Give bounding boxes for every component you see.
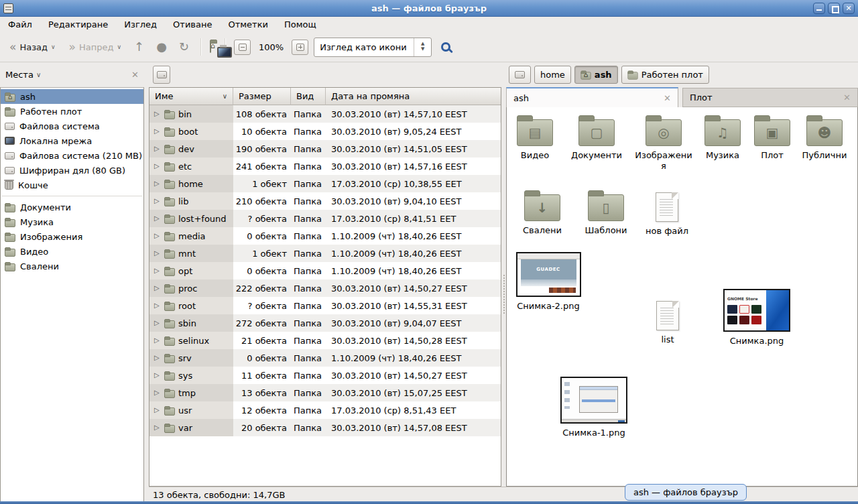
back-history-dropdown-icon[interactable]: ∨	[51, 44, 56, 50]
expander-icon[interactable]	[154, 163, 161, 170]
tab-close-icon[interactable]: ✕	[843, 92, 851, 103]
column-header-size[interactable]: Размер	[233, 88, 291, 105]
table-row[interactable]: lost+found ? обекта Папка 17.03.2010 (ср…	[149, 210, 501, 227]
tab[interactable]: Плот ✕	[682, 88, 858, 107]
icon-view-item[interactable]: Видео	[511, 114, 559, 171]
column-header-name[interactable]: Име ∨	[149, 88, 233, 105]
expander-icon[interactable]	[154, 355, 161, 361]
icon-view-item[interactable]: Плот	[752, 114, 792, 171]
table-row[interactable]: dev 190 обекта Папка 30.03.2010 (вт) 14,…	[149, 140, 501, 158]
sidebar-item[interactable]: Файлова система (210 MB)	[1, 148, 143, 163]
expander-icon[interactable]	[154, 198, 161, 204]
pane-splitter[interactable]	[501, 87, 506, 502]
up-button[interactable]: ↑	[131, 41, 147, 53]
sidebar-item[interactable]: Документи	[1, 200, 143, 214]
icon-view-item[interactable]: Свалени	[516, 189, 568, 237]
menu-item[interactable]: Отметки	[228, 19, 267, 29]
icon-view-item[interactable]: Снимка-1.png	[559, 377, 629, 438]
breadcrumb-button[interactable]: home	[534, 66, 571, 84]
sidebar-item[interactable]: Файлова система	[1, 119, 143, 133]
sidebar-item[interactable]: Шифриран дял (80 GB)	[1, 163, 143, 178]
expander-icon[interactable]	[154, 424, 161, 431]
zoom-out-button[interactable]	[234, 40, 251, 55]
sidebar-item[interactable]: Кошче	[1, 178, 143, 192]
icon-view-item[interactable]: GUADEC Снимка-2.png	[515, 252, 582, 312]
sidebar-item[interactable]: ash	[1, 89, 143, 104]
forward-button[interactable]: » Напред ∨	[65, 39, 125, 56]
combo-spinner-icon[interactable]: ▲▼	[414, 38, 431, 56]
table-row[interactable]: sys 11 обекта Папка 30.03.2010 (вт) 14,5…	[149, 367, 501, 384]
expander-icon[interactable]	[154, 233, 161, 239]
table-row[interactable]: opt 0 обекта Папка 1.10.2009 (чт) 18,40,…	[149, 262, 501, 279]
sidebar-item[interactable]: Музика	[1, 214, 143, 229]
breadcrumb-button[interactable]: ash	[574, 66, 618, 84]
table-row[interactable]: boot 10 обекта Папка 30.03.2010 (вт) 9,0…	[149, 123, 501, 140]
expander-icon[interactable]	[154, 372, 161, 379]
view-mode-select[interactable]: Изглед като икони ▲▼	[314, 38, 432, 57]
expander-icon[interactable]	[154, 215, 161, 222]
sidebar-item[interactable]: Локална мрежа	[1, 133, 143, 148]
sidebar-mode-dropdown-icon[interactable]: ∨	[36, 71, 41, 78]
sidebar-item[interactable]: Изображения	[1, 229, 143, 244]
table-row[interactable]: etc 241 обекта Папка 30.03.2010 (вт) 14,…	[149, 158, 501, 175]
maximize-button[interactable]	[828, 3, 840, 14]
expander-icon[interactable]	[154, 302, 161, 309]
table-row[interactable]: mnt 1 обект Папка 1.10.2009 (чт) 18,40,2…	[149, 245, 501, 262]
back-button[interactable]: « Назад ∨	[5, 39, 60, 56]
expander-icon[interactable]	[154, 128, 161, 135]
expander-icon[interactable]	[154, 320, 161, 326]
menu-item[interactable]: Редактиране	[48, 19, 108, 29]
search-icon[interactable]	[441, 42, 450, 52]
table-row[interactable]: selinux 21 обекта Папка 30.03.2010 (вт) …	[149, 332, 501, 349]
icon-view-item[interactable]: Музика	[698, 114, 747, 171]
table-row[interactable]: var 20 обекта Папка 30.03.2010 (вт) 14,5…	[149, 419, 501, 436]
icon-view-item[interactable]: Изображения	[634, 114, 693, 171]
minimize-button[interactable]	[813, 3, 825, 14]
tab-close-icon[interactable]: ✕	[664, 93, 671, 103]
sidebar-title[interactable]: Места	[5, 70, 34, 80]
icon-view-item[interactable]: Документи	[564, 114, 629, 171]
icon-view-item[interactable]: нов файл	[644, 189, 690, 237]
tab[interactable]: ash ✕	[506, 87, 678, 107]
table-row[interactable]: proc 222 обекта Папка 30.03.2010 (вт) 14…	[149, 279, 501, 297]
column-header-type[interactable]: Вид	[291, 88, 326, 105]
taskbar-window-button[interactable]: ash — файлов браузър	[625, 484, 747, 501]
column-header-date[interactable]: Дата на промяна	[326, 88, 501, 105]
menu-item[interactable]: Файл	[8, 19, 32, 29]
icon-view-item[interactable]: list	[651, 298, 684, 345]
reload-button[interactable]: ↻	[176, 41, 192, 53]
expander-icon[interactable]	[154, 111, 161, 117]
table-row[interactable]: srv 0 обекта Папка 1.10.2009 (чт) 18,40,…	[149, 349, 501, 367]
expander-icon[interactable]	[154, 250, 161, 257]
icon-view-item[interactable]: GNOME Store Снимка.png	[722, 289, 792, 346]
breadcrumb-button[interactable]	[509, 66, 531, 84]
sidebar-item[interactable]: Видео	[1, 244, 143, 259]
menu-item[interactable]: Помощ	[284, 19, 316, 29]
expander-icon[interactable]	[154, 285, 161, 292]
tree-root-button[interactable]	[153, 66, 170, 84]
pane-splitter[interactable]	[144, 87, 149, 502]
table-row[interactable]: tmp 13 обекта Папка 30.03.2010 (вт) 15,0…	[149, 384, 501, 401]
menu-item[interactable]: Изглед	[124, 19, 157, 29]
expander-icon[interactable]	[154, 267, 161, 274]
zoom-in-button[interactable]	[292, 40, 308, 55]
sidebar-item[interactable]: Работен плот	[1, 104, 143, 119]
expander-icon[interactable]	[154, 180, 161, 187]
table-row[interactable]: media 0 обекта Папка 1.10.2009 (чт) 18,4…	[149, 227, 501, 245]
close-button[interactable]	[843, 3, 855, 14]
sidebar-item[interactable]: Свалени	[1, 259, 143, 273]
home-button[interactable]	[210, 42, 211, 52]
expander-icon[interactable]	[154, 407, 161, 414]
table-row[interactable]: usr 12 обекта Папка 17.03.2010 (ср) 8,51…	[149, 401, 501, 419]
table-row[interactable]: home 1 обект Папка 17.03.2010 (ср) 10,38…	[149, 175, 501, 192]
sidebar-close-icon[interactable]: ✕	[131, 70, 139, 80]
table-row[interactable]: sbin 272 обекта Папка 30.03.2010 (вт) 9,…	[149, 314, 501, 332]
table-row[interactable]: root ? обекта Папка 30.03.2010 (вт) 14,5…	[149, 297, 501, 314]
expander-icon[interactable]	[154, 337, 161, 344]
table-row[interactable]: bin 108 обекта Папка 30.03.2010 (вт) 14,…	[149, 105, 501, 123]
icon-view-item[interactable]: Публични	[798, 114, 851, 171]
expander-icon[interactable]	[154, 145, 161, 152]
expander-icon[interactable]	[154, 389, 161, 396]
breadcrumb-button[interactable]: Работен плот	[621, 66, 709, 84]
menu-item[interactable]: Отиване	[173, 19, 212, 29]
